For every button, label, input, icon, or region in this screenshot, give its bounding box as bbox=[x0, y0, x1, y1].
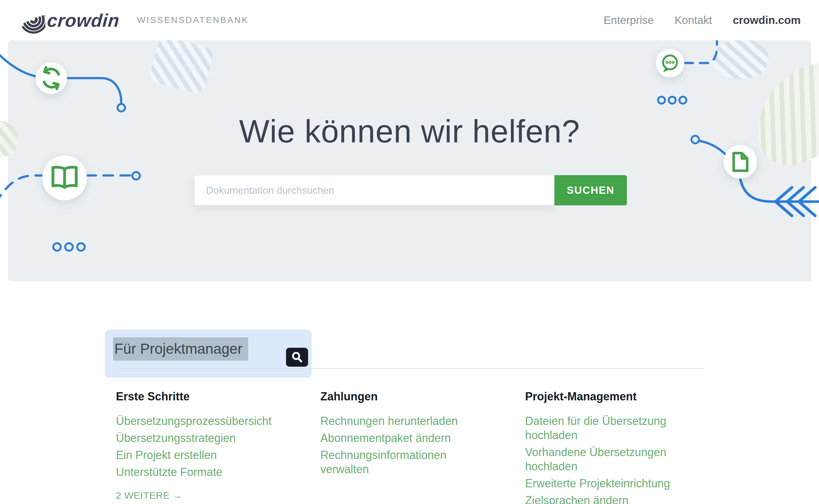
kb-article-link[interactable]: Dateien für die Übersetzung hochladen bbox=[525, 414, 695, 442]
nav-link-enterprise[interactable]: Enterprise bbox=[604, 14, 654, 26]
crowdin-logo[interactable]: crowdin bbox=[18, 6, 119, 34]
nav-link-crowdin-com[interactable]: crowdin.com bbox=[733, 14, 801, 26]
brand-wordmark: crowdin bbox=[47, 10, 120, 31]
hero-section: Wie können wir helfen? SUCHEN bbox=[0, 40, 819, 281]
category-column-erste-schritte: Erste Schritte Übersetzungsprozessübersi… bbox=[116, 390, 292, 501]
kb-article-link[interactable]: Zielsprachen ändern bbox=[525, 493, 695, 504]
kb-article-link[interactable]: Rechnungsinformationen verwalten bbox=[320, 448, 478, 476]
search-in-page-icon[interactable] bbox=[286, 348, 308, 367]
section-divider bbox=[116, 368, 704, 369]
kb-article-link[interactable]: Erweiterte Projekteinrichtung bbox=[525, 476, 695, 490]
selected-text: Für Projektmanager bbox=[113, 337, 248, 361]
crowdin-logo-icon bbox=[18, 6, 45, 34]
kb-article-link[interactable]: Vorhandene Übersetzungen hochladen bbox=[525, 445, 695, 473]
kb-article-link[interactable]: Abonnementpaket ändern bbox=[320, 431, 478, 445]
search-button[interactable]: SUCHEN bbox=[554, 175, 627, 205]
nav-link-kontakt[interactable]: Kontakt bbox=[674, 14, 712, 26]
hero-background-panel bbox=[8, 40, 811, 281]
category-column-projekt-management: Projekt-Management Dateien für die Übers… bbox=[525, 390, 695, 504]
category-header-box: Für Projektmanager bbox=[105, 329, 312, 378]
hero-title: Wie können wir helfen? bbox=[0, 115, 819, 147]
kb-article-link[interactable]: Unterstützte Formate bbox=[116, 465, 292, 479]
search-bar: SUCHEN bbox=[194, 175, 627, 205]
kb-article-link[interactable]: Rechnungen herunterladen bbox=[320, 414, 478, 428]
knowledge-base-label: WISSENSDATENBANK bbox=[137, 15, 249, 25]
column-heading: Erste Schritte bbox=[116, 390, 292, 403]
kb-article-link[interactable]: Übersetzungsstrategien bbox=[116, 431, 292, 445]
column-heading: Projekt-Management bbox=[525, 390, 695, 403]
kb-article-link[interactable]: Übersetzungsprozessübersicht bbox=[116, 414, 292, 428]
page: crowdin WISSENSDATENBANK Enterprise Kont… bbox=[0, 0, 819, 504]
more-articles-link[interactable]: 2 WEITERE → bbox=[116, 490, 182, 501]
category-column-zahlungen: Zahlungen Rechnungen herunterladen Abonn… bbox=[320, 390, 478, 479]
category-title: Für Projektmanager bbox=[113, 340, 248, 357]
column-heading: Zahlungen bbox=[320, 390, 478, 403]
top-navbar: crowdin WISSENSDATENBANK Enterprise Kont… bbox=[0, 0, 819, 40]
navbar-links: Enterprise Kontakt crowdin.com bbox=[604, 14, 801, 26]
kb-article-link[interactable]: Ein Projekt erstellen bbox=[116, 448, 292, 462]
search-input[interactable] bbox=[194, 175, 554, 205]
